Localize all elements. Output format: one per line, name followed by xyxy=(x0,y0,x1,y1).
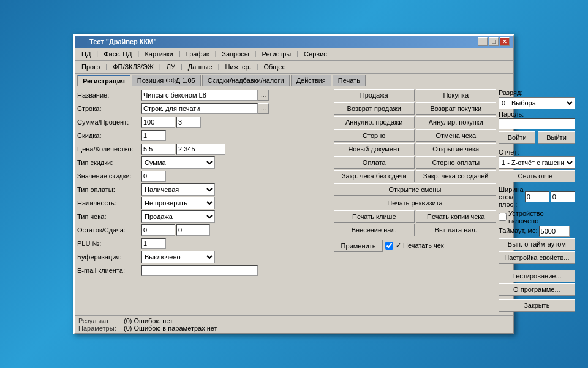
razryad-section: Разряд: 0 - Выбора Пароль: Войти Выйти xyxy=(499,89,575,146)
row-name: Название: ... xyxy=(77,89,331,101)
tab-position[interactable]: Позиция ФФД 1.05 xyxy=(132,75,201,86)
row-discount: Скидка: xyxy=(77,129,331,142)
correct-buy-button[interactable]: Аннулир. покупки xyxy=(416,116,497,128)
tab-actions[interactable]: Действия xyxy=(291,75,331,86)
menu-zaprosy[interactable]: Запросы xyxy=(217,49,253,59)
correct-sale-button[interactable]: Аннулир. продажи xyxy=(334,116,415,128)
about-driver-button[interactable]: Вып. о тайм-аутом xyxy=(499,238,575,250)
main-window: Тест "Драйвер ККМ" ─ □ ✕ ПД | Фиск. ПД |… xyxy=(74,34,514,334)
shirina-input1[interactable] xyxy=(525,191,549,202)
close-button[interactable]: Закрыть xyxy=(499,299,575,312)
razryad-select[interactable]: 0 - Выбора xyxy=(499,97,575,109)
payment-type-select[interactable]: Наличевая Безналичная xyxy=(141,183,215,196)
testing-button[interactable]: Тестирование... xyxy=(499,270,575,282)
withdrawal-button[interactable]: Выплата нал. xyxy=(416,224,497,236)
discount-input[interactable] xyxy=(141,130,166,141)
row-sum: Сумма/Процент: xyxy=(77,116,331,128)
balance-label: Остаток/Сдача: xyxy=(77,226,141,234)
snyat-button[interactable]: Снять отчёт xyxy=(499,170,575,182)
open-shift-button[interactable]: Открытие смены xyxy=(334,183,496,196)
print-line-button[interactable]: Печать клише xyxy=(334,210,415,223)
close-no-change-button[interactable]: Закр. чека без сдачи xyxy=(334,170,415,182)
discount-type-label: Тип скидки: xyxy=(77,159,141,166)
timeout-input[interactable] xyxy=(539,226,570,237)
menu-fp[interactable]: ФП/ЗКЛ3/ЭЖ xyxy=(108,62,158,72)
name-browse-button[interactable]: ... xyxy=(258,90,269,101)
name-label: Название: xyxy=(77,91,141,99)
menu-obshee[interactable]: Общее xyxy=(259,62,290,72)
name-input[interactable] xyxy=(141,90,258,101)
menu-pd[interactable]: ПД xyxy=(77,49,95,59)
close-with-change-button[interactable]: Закр. чека со сдачей xyxy=(416,170,497,182)
menu-service[interactable]: Сервис xyxy=(300,49,331,59)
parol-input[interactable] xyxy=(499,118,575,129)
menu-lu[interactable]: ЛУ xyxy=(162,62,179,72)
print-check-label[interactable]: ✓ Печатать чек xyxy=(385,242,444,250)
cash-select[interactable]: Не проверять Проверять xyxy=(141,197,215,209)
otchet-select[interactable]: 1 - Z-отчёт с гашением xyxy=(499,156,575,169)
return-sale-button[interactable]: Возврат продажи xyxy=(334,102,415,115)
tab-print[interactable]: Печать xyxy=(333,75,366,86)
sum-label: Сумма/Процент: xyxy=(77,118,141,126)
sale-button[interactable]: Продажа xyxy=(334,89,415,101)
print-req-button[interactable]: Печать реквизита xyxy=(334,197,496,209)
storno-button[interactable]: Сторно xyxy=(334,129,415,142)
balance-input1[interactable] xyxy=(141,224,175,236)
menu-registry[interactable]: Регистры xyxy=(258,49,296,59)
login-button[interactable]: Войти xyxy=(499,131,535,144)
row-discount-type: Тип скидки: Сумма Процент xyxy=(77,156,331,169)
menu-grafik[interactable]: График xyxy=(182,49,214,59)
tab-discounts[interactable]: Скидки/надбавки/налоги xyxy=(202,75,290,86)
buy-button[interactable]: Покупка xyxy=(416,89,497,101)
apply-button[interactable]: Применить xyxy=(334,240,383,252)
return-buy-button[interactable]: Возврат покупки xyxy=(416,102,497,115)
device-on-checkbox[interactable] xyxy=(499,213,507,221)
menu-kartinki[interactable]: Картинки xyxy=(140,49,178,59)
buffer-select[interactable]: Выключено Включено xyxy=(141,251,215,263)
shirina-label: Ширина сток/плос.: xyxy=(499,186,524,208)
sum-input1[interactable] xyxy=(141,117,175,128)
logout-button[interactable]: Выйти xyxy=(538,131,575,144)
sum-input2[interactable] xyxy=(176,117,201,128)
receipt-type-label: Тип чека: xyxy=(77,213,141,220)
email-label: E-mail клиента: xyxy=(77,267,141,274)
discount-type-select[interactable]: Сумма Процент xyxy=(141,156,215,169)
app-icon xyxy=(78,37,87,46)
tabs-row: Регистрация Позиция ФФД 1.05 Скидки/надб… xyxy=(75,74,513,86)
row-browse-button[interactable]: ... xyxy=(258,103,269,114)
params-value: (0) Ошибок: в параметрах нет xyxy=(124,324,217,332)
buffer-label: Буферизация: xyxy=(77,253,141,261)
menu-nizh[interactable]: Ниж. ср. xyxy=(221,62,255,72)
settings-button[interactable]: Настройка свойств... xyxy=(499,251,575,264)
cash-label: Наличность: xyxy=(77,199,141,207)
price-input2[interactable] xyxy=(176,144,225,155)
row-discount-value: Значение скидки: xyxy=(77,170,331,182)
cancel-check-button[interactable]: Отмена чека xyxy=(416,129,497,142)
print-copy-button[interactable]: Печать копии чека xyxy=(416,210,497,223)
new-doc-button[interactable]: Новый документ xyxy=(334,143,415,155)
menu-progr[interactable]: Прогр xyxy=(77,62,104,72)
about-button[interactable]: О программе... xyxy=(499,283,575,296)
discount-value-input[interactable] xyxy=(141,171,166,182)
row-label: Строка: xyxy=(77,105,141,112)
menu-data[interactable]: Данные xyxy=(184,62,217,72)
menu-fisk-pd[interactable]: Фиск. ПД xyxy=(99,49,136,59)
result-label: Результат: xyxy=(78,317,121,324)
open-check-button[interactable]: Открытие чека xyxy=(416,143,497,155)
plu-input[interactable] xyxy=(141,238,166,249)
payment-button[interactable]: Оплата xyxy=(334,156,415,169)
deposit-button[interactable]: Внесение нал. xyxy=(334,224,415,236)
price-input1[interactable] xyxy=(141,144,175,155)
close-window-button[interactable]: ✕ xyxy=(500,37,510,46)
maximize-button[interactable]: □ xyxy=(489,37,499,46)
tab-registration[interactable]: Регистрация xyxy=(77,75,130,86)
minimize-button[interactable]: ─ xyxy=(478,37,488,46)
email-input[interactable] xyxy=(141,265,258,276)
storno-payment-button[interactable]: Сторно оплаты xyxy=(416,156,497,169)
receipt-type-select[interactable]: Продажа Возврат xyxy=(141,210,215,223)
params-row: Параметры: (0) Ошибок: в параметрах нет xyxy=(78,324,510,332)
row-input[interactable] xyxy=(141,103,258,114)
balance-input2[interactable] xyxy=(176,224,210,236)
print-check-checkbox[interactable] xyxy=(385,242,393,250)
shirina-input2[interactable] xyxy=(551,191,575,202)
